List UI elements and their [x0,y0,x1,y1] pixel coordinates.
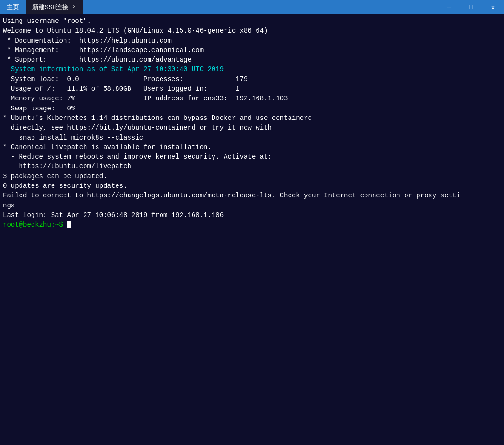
tab-ssh-label: 新建SSH连接 [32,3,68,11]
terminal-line: root@beckzhu:~$ [3,220,501,229]
tab-ssh[interactable]: 新建SSH连接 × [26,0,83,14]
terminal-line: Usage of /: 11.1% of 58.80GB Users logge… [3,84,501,94]
terminal-line: Last login: Sat Apr 27 10:06:48 2019 fro… [3,210,501,220]
terminal-line: - Reduce system reboots and improve kern… [3,152,501,162]
terminal-line: 3 packages can be updated. [3,172,501,181]
terminal-line: * Management: https://landscape.canonica… [3,45,501,55]
close-icon: ✕ [491,3,495,11]
close-button[interactable]: ✕ [482,0,504,14]
titlebar-controls: ─ □ ✕ [438,0,504,14]
terminal-line: https://ubuntu.com/livepatch [3,162,501,171]
tab-close-icon[interactable]: × [72,4,75,11]
terminal-line: * Ubuntu's Kubernetes 1.14 distributions… [3,113,501,123]
titlebar-tabs: 主页 新建SSH连接 × [0,0,83,14]
restore-button[interactable]: □ [460,0,482,14]
terminal-line: Memory usage: 7% IP address for ens33: 1… [3,94,501,103]
terminal-line: System information as of Sat Apr 27 10:3… [3,65,501,74]
terminal-line: * Support: https://ubuntu.com/advantage [3,55,501,65]
terminal-line: snap install microk8s --classic [3,133,501,142]
terminal-cursor [67,221,71,228]
titlebar: 主页 新建SSH连接 × ─ □ ✕ [0,0,504,14]
minimize-icon: ─ [447,3,451,11]
terminal-line: * Canonical Livepatch is available for i… [3,142,501,152]
terminal-line: directly, see https://bit.ly/ubuntu-cont… [3,123,501,132]
terminal-line: Swap usage: 0% [3,104,501,113]
tab-home[interactable]: 主页 [0,0,26,14]
terminal-line: ngs [3,201,501,210]
terminal[interactable]: Using username "root".Welcome to Ubuntu … [0,14,504,445]
terminal-line: 0 updates are security updates. [3,181,501,191]
terminal-line: Failed to connect to https://changelogs.… [3,191,501,200]
terminal-line: Using username "root". [3,16,501,26]
terminal-line: * Documentation: https://help.ubuntu.com [3,36,501,45]
restore-icon: □ [469,3,473,11]
tab-home-label: 主页 [7,3,19,11]
minimize-button[interactable]: ─ [438,0,460,14]
terminal-line: Welcome to Ubuntu 18.04.2 LTS (GNU/Linux… [3,26,501,35]
terminal-line: System load: 0.0 Processes: 179 [3,75,501,84]
